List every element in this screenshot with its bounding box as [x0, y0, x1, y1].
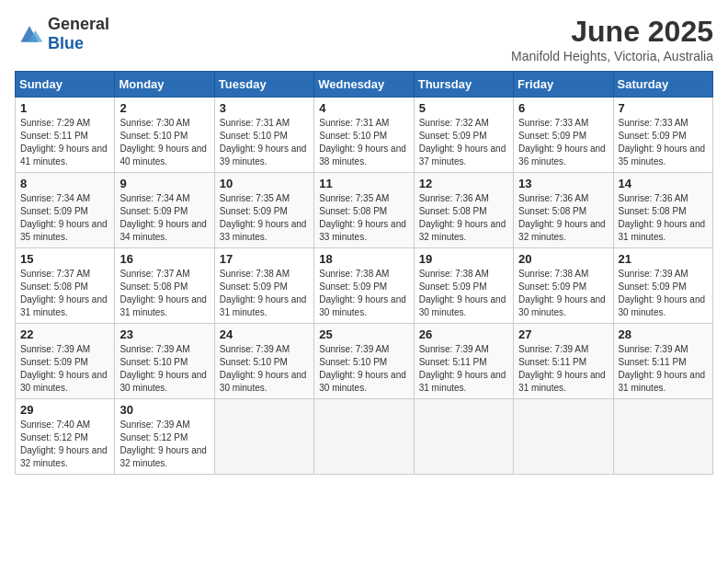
day-info: Sunrise: 7:39 AMSunset: 5:09 PMDaylight:…	[20, 343, 109, 395]
day-info: Sunrise: 7:39 AMSunset: 5:10 PMDaylight:…	[119, 343, 209, 395]
day-info: Sunrise: 7:36 AMSunset: 5:08 PMDaylight:…	[518, 192, 608, 244]
day-number: 7	[619, 101, 708, 115]
calendar-day-cell: 14 Sunrise: 7:36 AMSunset: 5:08 PMDaylig…	[613, 173, 712, 248]
logo: General Blue	[15, 15, 109, 53]
calendar-day-cell: 7 Sunrise: 7:33 AMSunset: 5:09 PMDayligh…	[613, 98, 712, 173]
day-info: Sunrise: 7:39 AMSunset: 5:10 PMDaylight:…	[220, 343, 309, 395]
day-info: Sunrise: 7:36 AMSunset: 5:08 PMDaylight:…	[419, 192, 508, 244]
day-number: 29	[20, 403, 109, 417]
day-info: Sunrise: 7:39 AMSunset: 5:11 PMDaylight:…	[619, 343, 708, 395]
calendar-day-cell	[514, 399, 613, 475]
day-info: Sunrise: 7:31 AMSunset: 5:10 PMDaylight:…	[319, 117, 408, 168]
day-info: Sunrise: 7:33 AMSunset: 5:09 PMDaylight:…	[518, 117, 608, 168]
calendar-day-cell: 6 Sunrise: 7:33 AMSunset: 5:09 PMDayligh…	[514, 98, 613, 173]
day-number: 13	[518, 177, 608, 190]
calendar-day-cell: 29 Sunrise: 7:40 AMSunset: 5:12 PMDaylig…	[16, 399, 115, 475]
day-number: 6	[518, 101, 608, 115]
calendar-day-cell: 5 Sunrise: 7:32 AMSunset: 5:09 PMDayligh…	[414, 98, 513, 173]
day-info: Sunrise: 7:35 AMSunset: 5:08 PMDaylight:…	[319, 192, 408, 244]
calendar-day-cell: 27 Sunrise: 7:39 AMSunset: 5:11 PMDaylig…	[514, 324, 613, 399]
calendar-day-cell: 19 Sunrise: 7:38 AMSunset: 5:09 PMDaylig…	[414, 248, 513, 324]
calendar-day-cell: 26 Sunrise: 7:39 AMSunset: 5:11 PMDaylig…	[414, 324, 513, 399]
calendar-day-cell: 8 Sunrise: 7:34 AMSunset: 5:09 PMDayligh…	[16, 173, 115, 248]
calendar-day-cell: 20 Sunrise: 7:38 AMSunset: 5:09 PMDaylig…	[514, 248, 613, 324]
day-info: Sunrise: 7:39 AMSunset: 5:12 PMDaylight:…	[119, 419, 209, 470]
calendar-day-cell: 28 Sunrise: 7:39 AMSunset: 5:11 PMDaylig…	[613, 324, 712, 399]
day-info: Sunrise: 7:38 AMSunset: 5:09 PMDaylight:…	[319, 268, 408, 319]
day-number: 20	[518, 252, 608, 266]
calendar-day-cell	[214, 399, 313, 475]
calendar-week-row: 8 Sunrise: 7:34 AMSunset: 5:09 PMDayligh…	[16, 173, 713, 248]
calendar-day-cell	[314, 399, 414, 475]
logo-blue: Blue	[48, 34, 84, 52]
logo-icon	[15, 21, 44, 47]
day-number: 30	[119, 403, 209, 417]
calendar-header-row: SundayMondayTuesdayWednesdayThursdayFrid…	[16, 72, 713, 98]
day-number: 24	[220, 327, 309, 341]
day-number: 9	[119, 177, 209, 190]
calendar-day-cell: 13 Sunrise: 7:36 AMSunset: 5:08 PMDaylig…	[514, 173, 613, 248]
day-info: Sunrise: 7:37 AMSunset: 5:08 PMDaylight:…	[119, 268, 209, 319]
calendar-week-row: 1 Sunrise: 7:29 AMSunset: 5:11 PMDayligh…	[16, 98, 713, 173]
day-number: 2	[119, 101, 209, 115]
day-info: Sunrise: 7:39 AMSunset: 5:09 PMDaylight:…	[619, 268, 708, 319]
calendar-day-cell: 9 Sunrise: 7:34 AMSunset: 5:09 PMDayligh…	[115, 173, 214, 248]
logo-general: General	[48, 15, 109, 33]
calendar-header-wednesday: Wednesday	[314, 72, 414, 98]
calendar-day-cell: 25 Sunrise: 7:39 AMSunset: 5:10 PMDaylig…	[314, 324, 414, 399]
day-number: 21	[619, 252, 708, 266]
calendar-day-cell: 10 Sunrise: 7:35 AMSunset: 5:09 PMDaylig…	[214, 173, 313, 248]
day-number: 25	[319, 327, 408, 341]
day-info: Sunrise: 7:40 AMSunset: 5:12 PMDaylight:…	[20, 419, 109, 470]
day-number: 26	[419, 327, 508, 341]
day-number: 14	[619, 177, 708, 190]
calendar-week-row: 22 Sunrise: 7:39 AMSunset: 5:09 PMDaylig…	[16, 324, 713, 399]
day-info: Sunrise: 7:33 AMSunset: 5:09 PMDaylight:…	[619, 117, 708, 168]
calendar-day-cell: 21 Sunrise: 7:39 AMSunset: 5:09 PMDaylig…	[613, 248, 712, 324]
calendar-day-cell: 17 Sunrise: 7:38 AMSunset: 5:09 PMDaylig…	[214, 248, 313, 324]
calendar-day-cell	[414, 399, 513, 475]
day-number: 8	[20, 177, 109, 190]
calendar-day-cell: 24 Sunrise: 7:39 AMSunset: 5:10 PMDaylig…	[214, 324, 313, 399]
calendar-table: SundayMondayTuesdayWednesdayThursdayFrid…	[15, 71, 713, 475]
calendar-day-cell: 4 Sunrise: 7:31 AMSunset: 5:10 PMDayligh…	[314, 98, 414, 173]
calendar-day-cell: 12 Sunrise: 7:36 AMSunset: 5:08 PMDaylig…	[414, 173, 513, 248]
day-number: 5	[419, 101, 508, 115]
day-number: 23	[119, 327, 209, 341]
calendar-week-row: 29 Sunrise: 7:40 AMSunset: 5:12 PMDaylig…	[16, 399, 713, 475]
calendar-header-sunday: Sunday	[16, 72, 115, 98]
day-number: 19	[419, 252, 508, 266]
day-info: Sunrise: 7:34 AMSunset: 5:09 PMDaylight:…	[20, 192, 109, 244]
day-info: Sunrise: 7:38 AMSunset: 5:09 PMDaylight:…	[220, 268, 309, 319]
day-number: 11	[319, 177, 408, 190]
header: General Blue June 2025 Manifold Heights,…	[15, 15, 713, 63]
day-info: Sunrise: 7:39 AMSunset: 5:10 PMDaylight:…	[319, 343, 408, 395]
day-info: Sunrise: 7:37 AMSunset: 5:08 PMDaylight:…	[20, 268, 109, 319]
calendar-day-cell: 22 Sunrise: 7:39 AMSunset: 5:09 PMDaylig…	[16, 324, 115, 399]
calendar-header-monday: Monday	[115, 72, 214, 98]
day-info: Sunrise: 7:36 AMSunset: 5:08 PMDaylight:…	[619, 192, 708, 244]
day-number: 12	[419, 177, 508, 190]
calendar-day-cell: 2 Sunrise: 7:30 AMSunset: 5:10 PMDayligh…	[115, 98, 214, 173]
day-info: Sunrise: 7:39 AMSunset: 5:11 PMDaylight:…	[419, 343, 508, 395]
day-number: 28	[619, 327, 708, 341]
day-info: Sunrise: 7:31 AMSunset: 5:10 PMDaylight:…	[220, 117, 309, 168]
day-number: 16	[119, 252, 209, 266]
subtitle: Manifold Heights, Victoria, Australia	[511, 49, 713, 63]
calendar-header-saturday: Saturday	[613, 72, 712, 98]
calendar-day-cell: 11 Sunrise: 7:35 AMSunset: 5:08 PMDaylig…	[314, 173, 414, 248]
calendar-header-friday: Friday	[514, 72, 613, 98]
calendar-day-cell: 16 Sunrise: 7:37 AMSunset: 5:08 PMDaylig…	[115, 248, 214, 324]
day-number: 22	[20, 327, 109, 341]
day-info: Sunrise: 7:32 AMSunset: 5:09 PMDaylight:…	[419, 117, 508, 168]
day-info: Sunrise: 7:34 AMSunset: 5:09 PMDaylight:…	[119, 192, 209, 244]
calendar-day-cell: 18 Sunrise: 7:38 AMSunset: 5:09 PMDaylig…	[314, 248, 414, 324]
main-title: June 2025	[511, 15, 713, 49]
day-info: Sunrise: 7:30 AMSunset: 5:10 PMDaylight:…	[119, 117, 209, 168]
day-number: 15	[20, 252, 109, 266]
day-info: Sunrise: 7:35 AMSunset: 5:09 PMDaylight:…	[220, 192, 309, 244]
calendar-day-cell: 3 Sunrise: 7:31 AMSunset: 5:10 PMDayligh…	[214, 98, 313, 173]
calendar-day-cell: 23 Sunrise: 7:39 AMSunset: 5:10 PMDaylig…	[115, 324, 214, 399]
calendar-header-tuesday: Tuesday	[214, 72, 313, 98]
title-area: June 2025 Manifold Heights, Victoria, Au…	[511, 15, 713, 63]
